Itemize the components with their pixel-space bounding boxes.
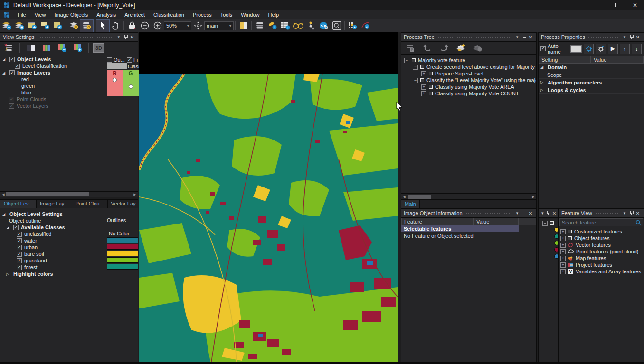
class-dot-forest[interactable] bbox=[554, 234, 559, 239]
class-checkbox[interactable] bbox=[17, 238, 22, 243]
pin-icon[interactable] bbox=[122, 34, 129, 40]
expand-icon[interactable]: + bbox=[560, 256, 566, 261]
expander-icon[interactable]: ▷ bbox=[6, 272, 11, 276]
pp-row-domain[interactable]: ◢Domain bbox=[539, 64, 644, 71]
outlined-column-cell[interactable]: Ou... bbox=[107, 56, 121, 63]
navigate-button[interactable] bbox=[191, 20, 204, 32]
feature-item-variables[interactable]: +VVariables and Array features bbox=[560, 268, 644, 275]
view-settings-button[interactable] bbox=[253, 20, 266, 32]
pan-hand-button[interactable] bbox=[109, 20, 122, 32]
class-checkbox[interactable] bbox=[17, 232, 22, 237]
scroll-right-icon[interactable]: ▶ bbox=[132, 192, 138, 197]
object-levels-checkbox[interactable] bbox=[9, 57, 15, 62]
class-checkbox[interactable] bbox=[17, 258, 22, 263]
green-col-red-row[interactable] bbox=[123, 76, 139, 83]
value-column-header[interactable]: Value bbox=[591, 56, 644, 64]
add-layer-view-button[interactable] bbox=[71, 42, 84, 54]
available-classes-checkbox[interactable] bbox=[13, 225, 19, 230]
show-classification-button[interactable] bbox=[292, 20, 304, 32]
feature-column-header[interactable]: Feature bbox=[401, 218, 474, 225]
close-button[interactable]: ✕ bbox=[626, 0, 644, 10]
red-column-header[interactable]: R bbox=[107, 70, 123, 76]
single-layer-view-button[interactable] bbox=[24, 42, 37, 54]
menu-image-objects[interactable]: Image Objects bbox=[50, 10, 92, 19]
view-settings-header[interactable]: View Settings ▾ ✕ bbox=[0, 33, 138, 42]
expand-icon[interactable]: + bbox=[560, 243, 566, 248]
image-object-information-header[interactable]: Image Object Information ▾ ✕ bbox=[401, 209, 536, 218]
grassland-swatch[interactable] bbox=[107, 257, 138, 263]
process-tree-hscrollbar[interactable]: ◀ ▶ bbox=[401, 194, 537, 200]
find-button[interactable] bbox=[330, 20, 343, 32]
expander-icon[interactable]: ◢ bbox=[540, 65, 545, 69]
collapse-icon[interactable]: − bbox=[413, 65, 418, 70]
tree-row-point-clouds[interactable]: Point Clouds bbox=[2, 96, 138, 103]
settings-gear-button[interactable] bbox=[596, 44, 606, 54]
expander-icon[interactable]: ◢ bbox=[2, 71, 7, 75]
menu-view[interactable]: View bbox=[30, 10, 50, 19]
pp-row-scope[interactable]: Scope bbox=[539, 71, 644, 79]
process-node[interactable]: +Classify using Majority Vote AREA bbox=[404, 84, 536, 90]
menu-analysis[interactable]: Analysis bbox=[92, 10, 120, 19]
chevron-down-icon[interactable]: ▾ bbox=[115, 34, 122, 40]
water-swatch[interactable] bbox=[107, 237, 138, 243]
level-classification-checkbox[interactable] bbox=[15, 64, 20, 69]
expand-icon[interactable]: + bbox=[560, 262, 566, 268]
view-settings-hscrollbar[interactable]: ◀ ▶ bbox=[0, 191, 138, 197]
process-node[interactable]: +Classify using Majority Vote COUNT bbox=[404, 90, 536, 97]
image-layers-checkbox[interactable] bbox=[9, 70, 15, 75]
open-project-button[interactable] bbox=[13, 20, 26, 32]
undo-button[interactable] bbox=[421, 42, 434, 54]
class-dot-water[interactable] bbox=[554, 254, 559, 259]
process-name-input[interactable] bbox=[570, 45, 582, 53]
new-project-button[interactable] bbox=[0, 20, 13, 32]
scroll-left-icon[interactable]: ◀ bbox=[0, 192, 6, 197]
class-dot-grassland[interactable] bbox=[554, 241, 559, 245]
feature-search-input[interactable] bbox=[559, 218, 643, 226]
menu-window[interactable]: Window bbox=[237, 10, 264, 19]
map-viewport[interactable] bbox=[139, 32, 398, 364]
expander-icon[interactable]: ▷ bbox=[540, 88, 545, 92]
class-hierarchy-root[interactable]: − bbox=[539, 220, 558, 226]
class-dot-bare-soil[interactable] bbox=[554, 227, 559, 232]
chevron-down-icon[interactable]: ▾ bbox=[540, 210, 545, 216]
tab-main[interactable]: Main bbox=[401, 200, 420, 208]
move-up-button[interactable]: ↑ bbox=[620, 44, 630, 54]
menu-help[interactable]: Help bbox=[264, 10, 283, 19]
expander-icon[interactable]: ◢ bbox=[2, 212, 7, 216]
tree-row-vector-layers[interactable]: Vector Layers bbox=[2, 103, 138, 109]
collapse-icon[interactable]: − bbox=[413, 78, 418, 83]
pin-icon[interactable] bbox=[521, 210, 527, 216]
red-col-green-row[interactable] bbox=[107, 83, 123, 90]
save-levels-button[interactable] bbox=[67, 20, 80, 32]
scroll-left-icon[interactable]: ◀ bbox=[401, 194, 407, 199]
expander-icon[interactable]: ◢ bbox=[6, 225, 11, 230]
edit-view-settings-button[interactable] bbox=[2, 42, 15, 54]
chevron-down-icon[interactable]: ▾ bbox=[514, 210, 521, 216]
scroll-thumb[interactable] bbox=[408, 195, 431, 199]
process-node[interactable]: +Prepare Super-Level bbox=[404, 70, 536, 77]
add-workspace-button[interactable] bbox=[26, 20, 38, 32]
chevron-down-icon[interactable]: ▾ bbox=[621, 34, 628, 40]
tree-row-ols-root[interactable]: ◢Object Level Settings bbox=[2, 211, 138, 217]
expand-icon[interactable]: + bbox=[560, 229, 566, 234]
close-icon[interactable]: ✕ bbox=[551, 210, 557, 216]
split-view-button[interactable] bbox=[237, 20, 250, 32]
menu-file[interactable]: File bbox=[13, 10, 30, 19]
class-checkbox[interactable] bbox=[17, 252, 22, 257]
object-info-button[interactable]: i bbox=[279, 20, 292, 32]
setting-column-header[interactable]: Setting bbox=[539, 56, 591, 64]
zoom-level-select[interactable]: 50%▾ bbox=[164, 21, 191, 30]
urban-swatch[interactable] bbox=[107, 244, 138, 250]
menu-architect[interactable]: Architect bbox=[120, 10, 149, 19]
tab-image-layers[interactable]: Image Lay... bbox=[37, 200, 72, 208]
expand-icon[interactable]: + bbox=[421, 84, 426, 90]
pin-icon[interactable] bbox=[628, 210, 635, 216]
hierarchy-button[interactable] bbox=[304, 20, 317, 32]
chevron-down-icon[interactable]: ▾ bbox=[621, 210, 628, 216]
class-info-button[interactable]: i bbox=[266, 20, 279, 32]
close-icon[interactable]: ✕ bbox=[527, 34, 534, 40]
value-column-header[interactable]: Value bbox=[474, 218, 519, 225]
grid-tools-button[interactable] bbox=[346, 20, 359, 32]
selectable-features-row[interactable]: Selectable features bbox=[401, 225, 519, 232]
expander-icon[interactable]: ◢ bbox=[2, 57, 7, 62]
